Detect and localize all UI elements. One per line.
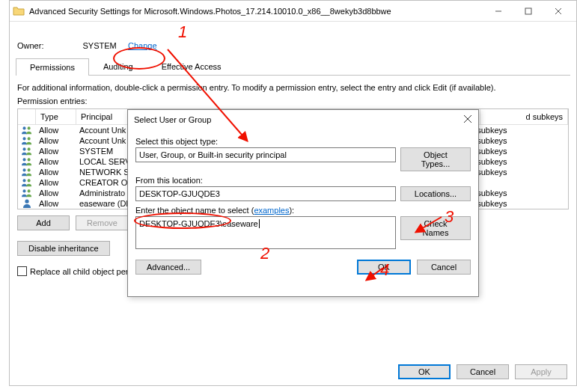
close-button[interactable] xyxy=(543,2,573,20)
main-apply-button: Apply xyxy=(515,364,567,379)
svg-point-7 xyxy=(28,137,31,140)
row-type: Allow xyxy=(36,136,76,145)
tab-auditing[interactable]: Auditing xyxy=(89,58,147,75)
people-icon xyxy=(18,189,36,197)
main-ok-button[interactable]: OK xyxy=(398,364,451,379)
col-blank xyxy=(18,109,36,124)
svg-point-6 xyxy=(22,137,25,140)
check-names-button[interactable]: Check Names xyxy=(400,216,471,240)
folder-icon xyxy=(13,5,25,17)
replace-children-checkbox[interactable] xyxy=(17,266,27,276)
dialog-ok-button[interactable]: OK xyxy=(357,260,411,275)
tabs: Permissions Auditing Effective Access xyxy=(16,58,570,76)
row-subkeys: d subkeys xyxy=(465,199,568,208)
add-button[interactable]: Add xyxy=(17,215,70,230)
svg-point-13 xyxy=(28,168,31,171)
row-subkeys: d subkeys xyxy=(465,157,568,166)
people-icon xyxy=(18,136,36,145)
svg-point-12 xyxy=(22,168,25,171)
people-icon xyxy=(18,147,36,156)
row-subkeys: d subkeys xyxy=(465,136,568,145)
row-type: Allow xyxy=(36,178,76,187)
dialog-close-button[interactable] xyxy=(463,114,472,125)
owner-label: Owner: xyxy=(17,41,43,50)
window-title: Advanced Security Settings for Microsoft… xyxy=(29,7,483,16)
maximize-button[interactable] xyxy=(513,2,543,20)
svg-point-17 xyxy=(28,189,31,192)
svg-point-18 xyxy=(25,200,28,203)
row-subkeys: d subkeys xyxy=(465,189,568,197)
location-label: From this location: xyxy=(135,176,471,185)
svg-rect-1 xyxy=(525,8,531,14)
dialog-title-bar: Select User or Group xyxy=(128,110,478,129)
tab-effective-access[interactable]: Effective Access xyxy=(147,58,236,75)
row-type: Allow xyxy=(36,199,76,208)
row-subkeys: d subkeys xyxy=(465,126,568,135)
svg-point-16 xyxy=(22,189,25,192)
object-types-button[interactable]: Object Types... xyxy=(400,147,471,171)
row-subkeys: d subkeys xyxy=(465,147,568,156)
row-type: Allow xyxy=(36,147,76,156)
svg-point-8 xyxy=(22,147,25,150)
object-type-field[interactable]: User, Group, or Built-in security princi… xyxy=(135,147,396,162)
col-subkeys[interactable]: d subkeys xyxy=(480,109,568,124)
object-name-label: Enter the object name to select (example… xyxy=(135,206,471,215)
examples-link[interactable]: examples xyxy=(254,206,289,215)
row-type: Allow xyxy=(36,189,76,197)
svg-point-9 xyxy=(28,147,31,150)
row-subkeys: d subkeys xyxy=(465,168,568,177)
row-subkeys: y xyxy=(465,178,568,187)
location-field[interactable]: DESKTOP-GJUQDE3 xyxy=(135,186,396,201)
info-text: For additional information, double-click… xyxy=(10,76,576,97)
locations-button[interactable]: Locations... xyxy=(400,186,471,201)
svg-point-4 xyxy=(22,126,25,129)
remove-button: Remove xyxy=(76,215,129,230)
row-type: Allow xyxy=(36,157,76,166)
object-type-label: Select this object type: xyxy=(135,137,471,146)
select-user-dialog: Select User or Group Select this object … xyxy=(127,109,479,297)
dialog-title: Select User or Group xyxy=(134,115,463,124)
permission-entries-label: Permission entries: xyxy=(10,97,576,108)
svg-point-10 xyxy=(22,158,25,161)
row-type: Allow xyxy=(36,126,76,135)
minimize-button[interactable] xyxy=(483,2,513,20)
owner-row: Owner: SYSTEM Change xyxy=(10,22,576,58)
object-name-input[interactable]: DESKTOP-GJUQDE3\easeware xyxy=(135,216,396,249)
people-icon xyxy=(18,178,36,187)
footer-buttons: OK Cancel Apply xyxy=(398,364,567,379)
change-owner-link[interactable]: Change xyxy=(128,41,157,50)
people-icon xyxy=(18,157,36,166)
dialog-cancel-button[interactable]: Cancel xyxy=(417,260,471,275)
col-type[interactable]: Type xyxy=(36,109,76,124)
svg-point-14 xyxy=(22,179,25,182)
svg-point-15 xyxy=(28,179,31,182)
user-icon xyxy=(18,199,36,208)
owner-value: SYSTEM xyxy=(82,41,116,50)
advanced-button[interactable]: Advanced... xyxy=(135,260,201,275)
title-bar: Advanced Security Settings for Microsoft… xyxy=(10,1,576,22)
svg-point-11 xyxy=(28,158,31,161)
svg-point-5 xyxy=(28,126,31,129)
people-icon xyxy=(18,126,36,135)
people-icon xyxy=(18,168,36,177)
main-cancel-button[interactable]: Cancel xyxy=(457,364,509,379)
disable-inheritance-button[interactable]: Disable inheritance xyxy=(17,241,110,256)
row-type: Allow xyxy=(36,168,76,177)
tab-permissions[interactable]: Permissions xyxy=(16,58,89,76)
